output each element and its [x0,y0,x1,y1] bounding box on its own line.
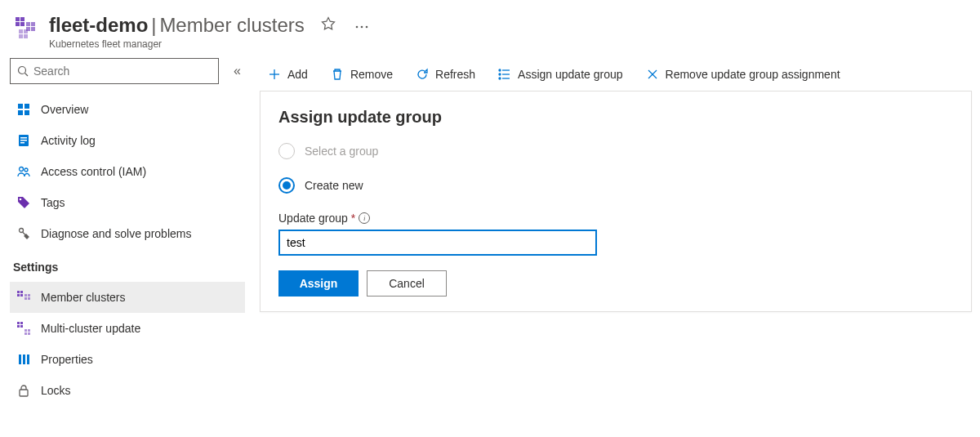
sidebar-item-overview[interactable]: Overview [10,94,245,125]
locks-icon [16,383,31,398]
svg-point-56 [499,78,501,79]
search-icon [17,65,29,77]
member-clusters-icon [16,290,31,305]
radio-icon [278,143,295,159]
svg-rect-34 [28,294,30,297]
cancel-button[interactable]: Cancel [367,270,447,297]
add-button[interactable]: Add [258,61,318,87]
required-indicator: * [351,212,355,225]
refresh-icon [416,68,429,81]
svg-rect-4 [26,22,30,26]
svg-rect-8 [19,29,23,33]
search-input[interactable] [33,65,212,78]
sidebar-item-diagnose[interactable]: Diagnose and solve problems [10,218,245,249]
svg-rect-36 [28,297,30,300]
sidebar-item-multi-cluster-update[interactable]: Multi-cluster update [10,313,245,344]
svg-rect-35 [24,297,27,300]
svg-rect-38 [20,322,23,324]
sidebar-item-access-control[interactable]: Access control (IAM) [10,156,245,187]
sidebar-item-tags[interactable]: Tags [10,187,245,218]
sidebar-item-properties[interactable]: Properties [10,344,245,375]
sidebar-item-label: Member clusters [41,291,125,304]
radio-select-group: Select a group [278,143,953,159]
assign-button[interactable]: Assign [278,270,359,297]
svg-point-27 [20,198,22,201]
svg-point-54 [499,69,501,71]
refresh-button[interactable]: Refresh [406,61,485,87]
favorite-button[interactable] [318,13,339,37]
svg-rect-19 [18,110,23,115]
svg-rect-0 [16,17,20,21]
sidebar-section-settings: Settings [10,249,245,282]
svg-rect-10 [19,34,23,38]
svg-rect-48 [20,390,28,396]
assign-update-group-button[interactable]: Assign update group [488,61,632,87]
sidebar-search[interactable] [10,58,219,84]
svg-line-16 [25,74,29,77]
svg-rect-11 [24,34,28,38]
list-icon [498,68,511,81]
svg-rect-45 [19,355,21,364]
sidebar-item-member-clusters[interactable]: Member clusters [10,282,245,313]
sidebar-item-label: Tags [41,196,65,209]
svg-rect-33 [24,294,27,297]
sidebar-item-activity-log[interactable]: Activity log [10,125,245,156]
svg-point-13 [360,26,363,29]
svg-rect-22 [20,137,27,139]
resource-name: fleet-demo | Member clusters [49,14,305,37]
access-control-icon [16,164,31,179]
main-content: Add Remove Refresh Assign update group R… [252,58,980,406]
svg-point-14 [365,26,368,29]
tags-icon [16,195,31,210]
svg-point-15 [19,67,26,74]
sidebar-item-label: Access control (IAM) [41,165,146,178]
svg-rect-3 [20,22,24,26]
svg-rect-18 [24,104,29,109]
page-header: fleet-demo | Member clusters Kubernetes … [0,0,980,58]
toolbar: Add Remove Refresh Assign update group R… [252,58,980,91]
svg-rect-41 [24,329,27,332]
activity-log-icon [16,133,31,148]
resource-icon [13,15,39,41]
properties-icon [16,352,31,367]
svg-rect-23 [20,140,27,141]
svg-rect-29 [17,291,20,293]
svg-point-12 [355,26,358,29]
update-group-input[interactable] [278,230,597,256]
plus-icon [268,68,281,81]
svg-point-26 [24,168,28,172]
sidebar-item-label: Properties [41,353,93,366]
collapse-sidebar-button[interactable]: « [230,60,244,82]
sidebar-item-label: Activity log [41,134,96,147]
sidebar-item-label: Overview [41,103,88,116]
svg-rect-5 [31,22,35,26]
update-group-field-label: Update group * i [278,212,953,225]
svg-rect-2 [16,22,20,26]
svg-rect-44 [28,332,30,335]
resource-type-label: Kubernetes fleet manager [49,38,372,50]
svg-rect-20 [24,110,29,115]
svg-rect-47 [27,355,29,364]
remove-button[interactable]: Remove [321,61,403,87]
info-icon[interactable]: i [359,212,370,224]
svg-rect-42 [28,329,30,332]
multi-cluster-icon [16,321,31,336]
sidebar: « Overview Activity log Access control (… [0,58,252,406]
sidebar-item-label: Diagnose and solve problems [41,227,191,240]
sidebar-item-locks[interactable]: Locks [10,375,245,406]
remove-update-group-assignment-button[interactable]: Remove update group assignment [636,61,850,87]
svg-point-25 [20,167,24,172]
x-icon [646,68,659,81]
diagnose-icon [16,226,31,241]
sidebar-item-label: Multi-cluster update [41,322,140,335]
svg-point-55 [499,74,501,75]
radio-create-new[interactable]: Create new [278,177,953,194]
more-button[interactable] [352,16,372,34]
radio-label: Create new [305,179,363,192]
svg-rect-7 [31,27,35,31]
svg-rect-39 [17,325,20,328]
overview-icon [16,102,31,117]
svg-rect-46 [23,355,25,364]
trash-icon [331,68,344,81]
svg-rect-43 [24,332,27,335]
